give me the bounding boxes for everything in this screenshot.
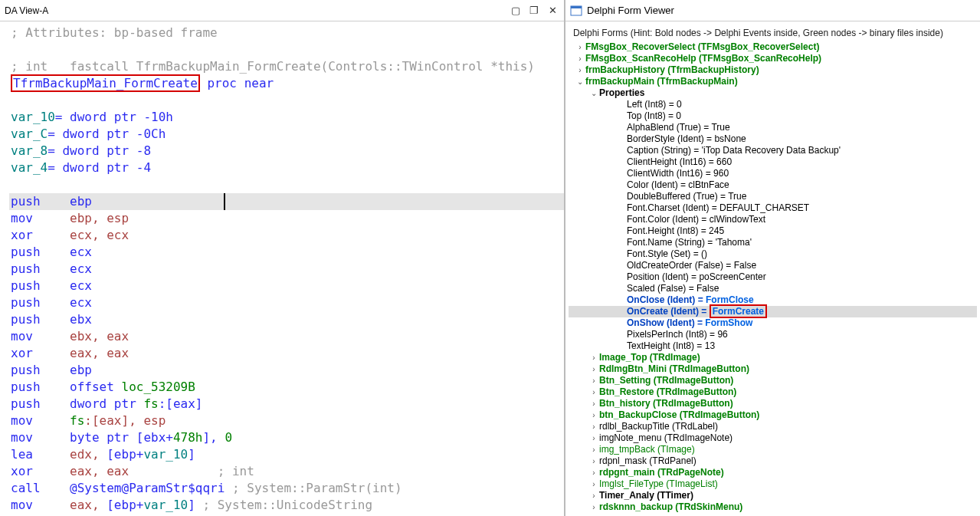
tree-row[interactable]: Font.Style (Set) = () [569, 248, 977, 260]
tree-row[interactable]: ›img_tmpBack (TImage) [569, 444, 977, 455]
tree-label[interactable]: FMsgBox_RecoverSelect (TFMsgBox_RecoverS… [585, 41, 819, 53]
code-line[interactable]: push ecx [9, 244, 564, 261]
tree-row[interactable]: Color (Ident) = clBtnFace [569, 179, 977, 191]
tree-label[interactable]: Imglst_FileType (TImageList) [599, 478, 718, 490]
code-line[interactable]: ; Attributes: bp-based frame [9, 25, 564, 41]
tree-row[interactable]: Position (Ident) = poScreenCenter [569, 271, 977, 283]
tree-row[interactable]: BorderStyle (Ident) = bsNone [569, 133, 977, 145]
tree-row[interactable]: ClientHeight (Int16) = 660 [569, 156, 977, 168]
chevron-right-icon[interactable]: › [588, 398, 599, 409]
tree-label[interactable]: Properties [599, 87, 644, 99]
code-line[interactable]: xor ecx, ecx [9, 227, 564, 244]
tree-row[interactable]: ClientWidth (Int16) = 960 [569, 168, 977, 179]
code-line[interactable]: push ebx [9, 311, 564, 328]
tree-label[interactable]: ClientWidth (Int16) = 960 [627, 168, 729, 179]
code-line[interactable]: TfrmBackupMain_FormCreate proc near [9, 75, 564, 92]
tree-row[interactable]: ›Imglst_FileType (TImageList) [569, 478, 977, 490]
code-line[interactable]: xor eax, eax [9, 345, 564, 362]
code-line[interactable]: call @System@ParamStr$qqri ; System::Par… [9, 480, 564, 497]
tree-row[interactable]: Top (Int8) = 0 [569, 110, 977, 122]
tree-label[interactable]: btn_BackupClose (TRdImageButton) [599, 409, 759, 421]
tree-row[interactable]: OnShow (Ident) = FormShow [569, 317, 977, 329]
tree-row[interactable]: PixelsPerInch (Int8) = 96 [569, 329, 977, 340]
event-link[interactable]: FormClose [706, 294, 754, 305]
event-link[interactable]: FormCreate [710, 304, 767, 318]
chevron-right-icon[interactable]: › [575, 41, 585, 53]
tree-row[interactable]: Caption (String) = 'iTop Data Recovery D… [569, 145, 977, 156]
tree-row[interactable]: TextHeight (Int8) = 13 [569, 340, 977, 352]
tree-row[interactable]: Scaled (False) = False [569, 283, 977, 294]
tree-row[interactable]: ›Image_Top (TRdImage) [569, 352, 977, 363]
tree-label[interactable]: rdpnl_mask (TRdPanel) [599, 455, 696, 467]
tree-label[interactable]: ClientHeight (Int16) = 660 [627, 156, 732, 168]
chevron-right-icon[interactable]: › [588, 386, 599, 398]
tree-label[interactable]: Btn_Setting (TRdImageButton) [599, 375, 733, 386]
chevron-right-icon[interactable]: › [588, 467, 599, 478]
code-line[interactable]: push ecx [9, 294, 564, 311]
code-line[interactable]: var_10= dword ptr -10h [9, 109, 564, 126]
tree-row[interactable]: OnCreate (Ident) = FormCreate [569, 306, 977, 317]
tree-label[interactable]: TextHeight (Int8) = 13 [627, 340, 715, 352]
tree-label[interactable]: Caption (String) = 'iTop Data Recovery D… [627, 145, 841, 156]
code-line[interactable]: push ebp [9, 193, 564, 210]
tree-row[interactable]: Font.Charset (Ident) = DEFAULT_CHARSET [569, 202, 977, 214]
tree-row[interactable]: ›Btn_Restore (TRdImageButton) [569, 386, 977, 398]
chevron-down-icon[interactable]: ⌄ [588, 87, 599, 99]
tree-label[interactable]: Top (Int8) = 0 [627, 110, 681, 122]
code-line[interactable]: push dword ptr fs:[eax] [9, 396, 564, 412]
code-line[interactable]: push ecx [9, 261, 564, 278]
tree-row[interactable]: ›FMsgBox_RecoverSelect (TFMsgBox_Recover… [569, 41, 977, 53]
chevron-right-icon[interactable]: › [588, 363, 599, 375]
chevron-right-icon[interactable]: › [588, 409, 599, 421]
tree-label[interactable]: OnShow (Ident) = FormShow [627, 317, 752, 329]
tree-label[interactable]: Btn_Restore (TRdImageButton) [599, 386, 736, 398]
tree-row[interactable]: OldCreateOrder (False) = False [569, 260, 977, 271]
chevron-right-icon[interactable]: › [575, 64, 585, 76]
tree-label[interactable]: Color (Ident) = clBtnFace [627, 179, 729, 191]
event-link[interactable]: FormShow [705, 317, 752, 328]
code-line[interactable] [9, 176, 564, 193]
tree-label[interactable]: Btn_history (TRdImageButton) [599, 398, 733, 409]
code-line[interactable]: mov ebp, esp [9, 210, 564, 227]
code-line[interactable]: push ecx [9, 278, 564, 294]
chevron-right-icon[interactable]: › [588, 375, 599, 386]
chevron-right-icon[interactable]: › [588, 444, 599, 455]
code-line[interactable]: mov byte ptr [ebx+478h], 0 [9, 429, 564, 446]
tree-row[interactable]: ›rdsknnn_backup (TRdSkinMenu) [569, 501, 977, 513]
tree-row[interactable]: Font.Height (Int8) = 245 [569, 225, 977, 237]
delphi-forms-tree[interactable]: ›FMsgBox_RecoverSelect (TFMsgBox_Recover… [565, 41, 980, 516]
tree-row[interactable]: ›rdlbl_BackupTitle (TRdLabel) [569, 421, 977, 432]
code-line[interactable]: ; int fastcall TfrmBackupMain_FormCreate… [9, 58, 564, 75]
tree-row[interactable]: ›btn_BackupClose (TRdImageButton) [569, 409, 977, 421]
tree-row[interactable]: Font.Name (String) = 'Tahoma' [569, 237, 977, 248]
tree-label[interactable]: frmBackupMain (TfrmBackupMain) [585, 76, 738, 87]
code-line[interactable]: xor eax, eax ; int [9, 463, 564, 480]
restore-icon[interactable]: ❐ [527, 4, 541, 18]
tree-label[interactable]: rdpgnt_main (TRdPageNote) [599, 467, 724, 478]
code-line[interactable]: mov eax, [ebp+var_10] ; System::UnicodeS… [9, 497, 564, 514]
tree-row[interactable]: ›imgNote_menu (TRdImageNote) [569, 432, 977, 444]
function-name-highlight[interactable]: TfrmBackupMain_FormCreate [11, 74, 200, 92]
tree-label[interactable]: Font.Height (Int8) = 245 [627, 225, 724, 237]
tree-label[interactable]: Position (Ident) = poScreenCenter [627, 271, 766, 283]
tree-row[interactable]: ›Btn_Setting (TRdImageButton) [569, 375, 977, 386]
chevron-down-icon[interactable]: ⌄ [575, 76, 585, 87]
tree-row[interactable]: ›Btn_history (TRdImageButton) [569, 398, 977, 409]
tree-row[interactable]: ›rdpgnt_main (TRdPageNote) [569, 467, 977, 478]
tree-row[interactable]: Left (Int8) = 0 [569, 99, 977, 110]
tree-row[interactable]: ⌄Properties [569, 87, 977, 99]
chevron-right-icon[interactable]: › [575, 53, 585, 64]
code-line[interactable] [9, 92, 564, 109]
tree-label[interactable]: Font.Color (Ident) = clWindowText [627, 214, 765, 225]
tree-label[interactable]: AlphaBlend (True) = True [627, 122, 730, 133]
tree-label[interactable]: Scaled (False) = False [627, 283, 719, 294]
tree-label[interactable]: OldCreateOrder (False) = False [627, 260, 756, 271]
chevron-right-icon[interactable]: › [588, 421, 599, 432]
tree-row[interactable]: AlphaBlend (True) = True [569, 122, 977, 133]
tree-label[interactable]: Font.Name (String) = 'Tahoma' [627, 237, 752, 248]
code-line[interactable]: mov fs:[eax], esp [9, 412, 564, 429]
tree-label[interactable]: frmBackupHistory (TfrmBackupHistory) [585, 64, 759, 76]
tree-row[interactable]: ⌄frmBackupMain (TfrmBackupMain) [569, 76, 977, 87]
tree-label[interactable]: PixelsPerInch (Int8) = 96 [627, 329, 728, 340]
tree-label[interactable]: Image_Top (TRdImage) [599, 352, 700, 363]
